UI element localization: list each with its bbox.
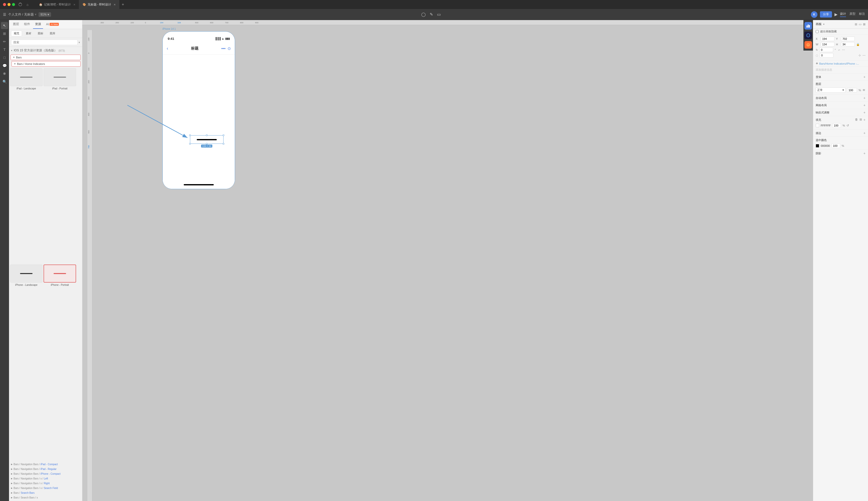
layer-mode-dropdown[interactable]: 正常 ▾ [816,87,845,93]
stroke-add-icon[interactable]: + [864,131,866,135]
sidebar-tab-layers[interactable]: 图层 [11,20,21,29]
search-input[interactable] [11,40,78,45]
radius-input[interactable] [820,53,834,57]
canvas-bg[interactable]: iPhone 14 1 9:41 ▐▐▐ ▲ ▮▮▮ [92,25,813,501]
selected-element[interactable]: 134 × 34 [190,135,223,144]
list-item-3[interactable]: ▶ Bars / Navigation Bars / x / Left [9,476,82,481]
tab-prototype[interactable]: 原型 [849,12,856,17]
w-input[interactable] [821,42,834,46]
tool-tab-spec[interactable]: 规范 [11,31,22,36]
tab-1[interactable]: 🏠 记账簿吧 - 即时设计 ✕ [35,0,79,9]
fill-add-icon[interactable]: + [864,118,866,122]
auto-layout-add-icon[interactable]: + [864,96,866,100]
list-item-6[interactable]: ▶ Bars / Search Bars [9,490,82,495]
tab-2[interactable]: 🎨 无标题 - 即时设计 ✕ [79,0,120,9]
opacity-input[interactable] [847,88,857,93]
comment-tool[interactable]: 💬 [1,62,8,69]
pen-tool[interactable]: ✏ [1,38,8,45]
nav-record-icon[interactable]: ⊙ [228,46,231,51]
cursor-tool[interactable]: ↖ [1,22,8,29]
selected-opacity-input[interactable] [832,143,840,148]
play-button[interactable]: ▶ [834,12,837,17]
tool-tab-material[interactable]: 素材 [23,31,34,36]
user-avatar[interactable]: K [811,11,817,18]
edit-icon[interactable]: ✎ [430,12,433,17]
sidebar-tab-resources[interactable]: 资源 [33,20,43,29]
handle-br[interactable] [223,143,224,145]
component-iphone-landscape[interactable]: iPhone - Landscape [10,265,43,460]
tree-item-home-indicators[interactable]: ▼ Bars / Home Indicators [11,61,80,67]
sidebar-tab-components[interactable]: 组件 [22,20,32,29]
corner-icon[interactable]: ⌐ [838,48,840,52]
grid-layout-add-icon[interactable]: + [864,103,866,107]
sidebar-tab-ai[interactable]: AI AI New [44,20,61,29]
handle-tm[interactable] [206,135,208,136]
canvas-area[interactable]: -300 -200 -100 0 194 328 500 600 700 800… [83,20,813,501]
tool-tab-library[interactable]: 图库 [47,31,58,36]
list-item-1[interactable]: ▶ Bars / Navigation Bars / iPad - Regula… [9,467,82,471]
fullscreen-button[interactable] [12,3,15,6]
selected-color-swatch[interactable] [816,144,819,148]
x-input[interactable] [821,36,834,41]
more-corner-icon[interactable]: ⋯ [862,54,866,57]
list-item-2[interactable]: ▶ Bars / Navigation Bars / iPhone - Comp… [9,471,82,476]
list-item-4[interactable]: ▶ Bars / Navigation Bars / x / Right [9,481,82,486]
zoom-button[interactable]: 91% ▾ [39,12,51,17]
menu-icon[interactable]: ☰ [3,12,6,17]
canvas-dropdown-icon[interactable]: ▾ [823,23,824,25]
home-icon[interactable]: ⌂ [26,3,29,7]
tab2-close-icon[interactable]: ✕ [114,3,116,6]
fill-blend-icon[interactable]: ↺ [846,124,849,127]
component-tool[interactable]: ❋ [1,70,8,77]
list-item-0[interactable]: ▶ Bars / Navigation Bars / iPad - Compac… [9,462,82,467]
fill-opacity-input[interactable] [832,123,841,128]
shadow-add-icon[interactable]: + [864,151,866,155]
list-item-5[interactable]: ▶ Bars / Navigation Bars / x / Search Fi… [9,486,82,490]
breadcrumb-dropdown-icon[interactable]: ▾ [35,12,36,16]
canvas-icon-2[interactable]: ▭ [859,23,861,26]
fill-grid-icon[interactable]: ⊞ [859,118,862,122]
tool-tab-icon[interactable]: 图标 [35,31,46,36]
component-ipad-portrait[interactable]: iPad - Portrait [44,68,76,264]
handle-bl[interactable] [189,143,191,145]
fill-color-swatch[interactable] [816,124,819,127]
lock-icon[interactable]: 🔒 [856,43,860,46]
expand-icon[interactable]: ▾ [11,49,12,52]
share-button[interactable]: 分享 [820,11,832,18]
ruler-horizontal: -300 -200 -100 0 194 328 500 600 700 800… [83,20,813,25]
handle-tr[interactable] [223,135,224,136]
search-tool[interactable]: 🔍 [1,78,8,85]
eye-icon[interactable]: 👁 [862,88,866,92]
search-dropdown-icon[interactable]: ▾ [79,41,80,44]
tab-label[interactable]: 标注 [859,12,865,17]
frame-tool[interactable]: ⊞ [1,30,8,37]
canvas-icon-1[interactable]: ⊞ [855,23,857,26]
component-iphone-portrait[interactable]: iPhone - Portrait [44,265,76,460]
rotation-input[interactable] [820,47,833,52]
h-input[interactable] [841,42,855,46]
y-input[interactable] [841,36,855,41]
tab-design[interactable]: 设计 [840,12,846,17]
variant-add-icon[interactable]: + [864,75,866,79]
responsive-add-icon[interactable]: + [864,110,866,115]
new-tab-button[interactable]: + [119,1,127,8]
expand-corner-icon[interactable]: ⊹ [858,54,861,57]
overflow-hide-checkbox[interactable] [816,30,819,33]
text-tool[interactable]: T [1,46,8,53]
more-icon[interactable]: ⋯ [842,48,845,52]
minimize-button[interactable] [8,3,11,6]
circle-icon[interactable]: ◯ [421,12,426,17]
close-button[interactable] [3,3,6,6]
device-icon[interactable]: ▭ [437,12,441,17]
list-arrow-6: ▶ [11,492,12,494]
nav-more-icon[interactable]: ••• [221,46,226,51]
component-ipad-landscape[interactable]: iPad - Landscape [10,68,43,264]
handle-tl[interactable] [189,135,191,136]
tab1-close-icon[interactable]: ✕ [73,3,75,6]
fill-delete-icon[interactable]: 🗑 [855,118,858,122]
tree-item-bars[interactable]: ▼ Bars [11,55,80,60]
canvas-icon-3[interactable]: ⊠ [863,23,866,26]
rect-tool[interactable]: □ [1,54,8,61]
description-placeholder[interactable]: 添加描述信息 [816,68,832,71]
list-item-7[interactable]: ▶ Bars / Search Bars / x [9,495,82,500]
